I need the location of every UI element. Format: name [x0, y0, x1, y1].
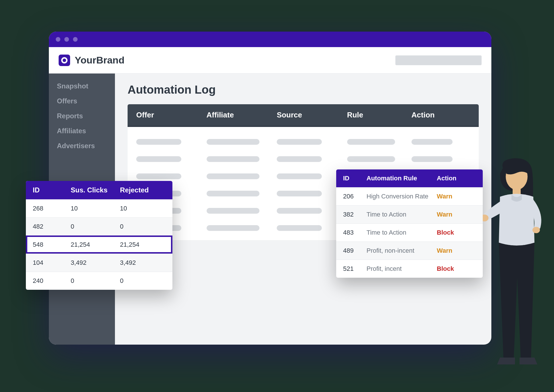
placeholder — [136, 139, 181, 145]
cell-sus: 21,254 — [71, 241, 120, 248]
automation-log-header: Offer Affiliate Source Rule Action — [128, 104, 479, 127]
sidebar-item-advertisers[interactable]: Advertisers — [49, 139, 115, 153]
cell-id: 482 — [33, 223, 71, 230]
cell-id: 240 — [33, 277, 71, 285]
person-illustration — [483, 157, 546, 381]
cell-rule: Profit, non-incent — [367, 247, 437, 254]
cell-sus: 0 — [71, 223, 120, 230]
cell-rule: Profit, incent — [367, 265, 437, 273]
placeholder — [277, 225, 322, 231]
header-placeholder — [395, 55, 482, 65]
window-dot-icon[interactable] — [73, 37, 78, 42]
placeholder — [207, 156, 259, 162]
col-offer: Offer — [136, 111, 201, 119]
suspicious-clicks-header: ID Sus. Clicks Rejected — [26, 181, 172, 199]
cell-rejected: 10 — [120, 205, 166, 212]
placeholder — [207, 191, 259, 196]
cell-sus: 0 — [71, 277, 120, 285]
window-dot-icon[interactable] — [56, 37, 60, 42]
placeholder — [411, 139, 453, 145]
cell-action: Warn — [437, 211, 476, 218]
sidebar-item-affiliates[interactable]: Affiliates — [49, 124, 115, 138]
cell-id: 104 — [33, 259, 71, 267]
col-action: Action — [437, 175, 476, 182]
col-id: ID — [343, 175, 367, 182]
table-row[interactable]: 489Profit, non-incentWarn — [336, 242, 483, 260]
placeholder — [347, 156, 395, 162]
col-rule: Automation Rule — [367, 175, 437, 182]
table-row[interactable]: 1043,4923,492 — [26, 254, 172, 272]
table-row[interactable]: 2681010 — [26, 199, 172, 217]
table-row[interactable]: 48200 — [26, 217, 172, 235]
table-row[interactable] — [136, 150, 470, 168]
table-row[interactable]: 206High Conversion RateWarn — [336, 187, 483, 205]
placeholder — [207, 139, 259, 145]
placeholder — [411, 156, 453, 162]
automation-rules-panel: ID Automation Rule Action 206High Conver… — [336, 169, 483, 278]
cell-id: 548 — [33, 241, 71, 248]
cell-sus: 10 — [71, 205, 120, 212]
cell-id: 489 — [343, 247, 367, 254]
brand-name: YourBrand — [75, 55, 124, 66]
cell-rejected: 0 — [120, 223, 166, 230]
cell-rejected: 3,492 — [120, 259, 166, 267]
cell-id: 483 — [343, 229, 367, 236]
cell-rule: High Conversion Rate — [367, 193, 437, 200]
placeholder — [136, 156, 181, 162]
col-rule: Rule — [347, 111, 406, 119]
cell-id: 382 — [343, 211, 367, 218]
cell-rejected: 21,254 — [120, 241, 166, 248]
cell-sus: 3,492 — [71, 259, 120, 267]
cell-rule: Time to Action — [367, 229, 437, 236]
placeholder — [207, 225, 259, 231]
table-row[interactable] — [136, 133, 470, 150]
cell-id: 521 — [343, 265, 367, 273]
window-titlebar — [49, 32, 491, 47]
cell-action: Block — [437, 265, 476, 273]
table-row[interactable]: 382Time to ActionWarn — [336, 205, 483, 223]
automation-rules-header: ID Automation Rule Action — [336, 169, 483, 187]
sidebar-item-reports[interactable]: Reports — [49, 109, 115, 123]
cell-rule: Time to Action — [367, 211, 437, 218]
placeholder — [136, 173, 181, 179]
placeholder — [207, 208, 259, 214]
svg-point-3 — [532, 227, 540, 233]
placeholder — [277, 156, 322, 162]
col-affiliate: Affiliate — [207, 111, 271, 119]
cell-action: Warn — [437, 193, 476, 200]
placeholder — [277, 139, 322, 145]
table-row[interactable]: 54821,25421,254 — [26, 235, 172, 254]
cell-id: 268 — [33, 205, 71, 212]
col-source: Source — [277, 111, 341, 119]
placeholder — [207, 173, 259, 179]
cell-rejected: 0 — [120, 277, 166, 285]
table-row[interactable]: 483Time to ActionBlock — [336, 223, 483, 242]
svg-rect-1 — [513, 188, 521, 194]
brand-logo-icon — [59, 55, 70, 66]
suspicious-clicks-panel: ID Sus. Clicks Rejected 2681010482005482… — [26, 181, 172, 290]
placeholder — [277, 173, 322, 179]
col-id: ID — [33, 186, 71, 194]
cell-action: Block — [437, 229, 476, 236]
window-dot-icon[interactable] — [64, 37, 69, 42]
table-row[interactable]: 521Profit, incentBlock — [336, 260, 483, 278]
placeholder — [277, 208, 322, 214]
col-rejected: Rejected — [120, 186, 166, 194]
col-sus: Sus. Clicks — [71, 186, 120, 194]
brand[interactable]: YourBrand — [59, 55, 124, 66]
table-row[interactable]: 24000 — [26, 272, 172, 290]
cell-action: Warn — [437, 247, 476, 254]
placeholder — [277, 191, 322, 196]
col-action: Action — [411, 111, 470, 119]
sidebar-item-snapshot[interactable]: Snapshot — [49, 79, 115, 93]
cell-id: 206 — [343, 193, 367, 200]
sidebar-item-offers[interactable]: Offers — [49, 94, 115, 108]
placeholder — [347, 139, 395, 145]
app-header: YourBrand — [49, 47, 491, 74]
page-title: Automation Log — [128, 83, 479, 96]
